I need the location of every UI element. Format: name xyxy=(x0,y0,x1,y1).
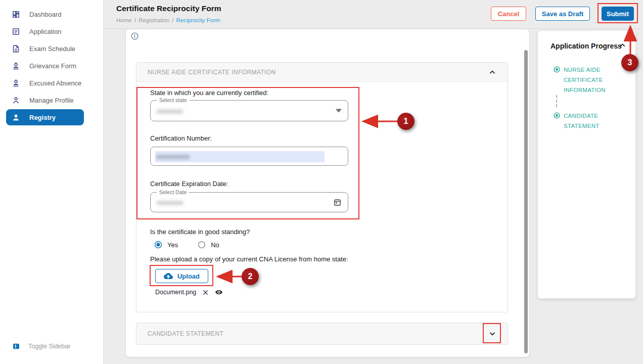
excused-absence-icon xyxy=(12,79,20,87)
breadcrumb: Home/Registration/Reciprocity Form xyxy=(116,17,220,23)
calendar-icon[interactable] xyxy=(333,198,342,207)
uploaded-file-row: Document.png xyxy=(155,288,223,296)
certification-number-label: Certification Number: xyxy=(150,134,212,142)
upload-instruction-label: Please upload a copy of your current CNA… xyxy=(150,255,348,263)
state-select-float-label: Select state xyxy=(157,97,190,103)
save-as-draft-button[interactable]: Save as Draft xyxy=(535,7,590,21)
sidebar-item-manage-profile[interactable]: Manage Profile xyxy=(6,92,84,108)
application-progress-panel: Application Progress NURSE AIDE CERTIFIC… xyxy=(537,30,636,299)
step-radio-checked-icon xyxy=(553,112,561,131)
sidebar-item-registry[interactable]: Registry xyxy=(6,109,84,125)
upload-button-label: Upload xyxy=(177,272,200,280)
remove-file-icon[interactable] xyxy=(202,289,209,296)
autofill-highlight: xxxxxxxxxx xyxy=(155,151,325,162)
chevron-up-icon[interactable] xyxy=(619,41,626,49)
sidebar-item-label: Dashboard xyxy=(29,11,62,18)
section-header[interactable]: NURSE AIDE CERTIFICATE INFORMATION xyxy=(136,63,508,82)
application-progress-title: Application Progress xyxy=(550,42,622,50)
expiration-date-value-redacted: xxxxxxxx xyxy=(157,199,183,206)
progress-step-certificate-information[interactable]: NURSE AIDE CERTIFICATE INFORMATION xyxy=(553,65,623,95)
breadcrumb-separator: / xyxy=(172,17,173,23)
sidebar-item-exam-schedule[interactable]: Exam Schedule xyxy=(6,40,84,57)
certification-number-value-redacted: xxxxxxxxxx xyxy=(157,153,190,160)
expiration-date-label: Certificate Expiration Date: xyxy=(150,180,228,188)
breadcrumb-home[interactable]: Home xyxy=(116,17,132,23)
page: Dashboard Application Exam Schedule Grie… xyxy=(0,0,643,364)
application-icon xyxy=(12,27,20,36)
step-radio-checked-icon xyxy=(553,66,561,95)
sidebar-item-excused-absence[interactable]: Excused Absence xyxy=(6,75,84,91)
progress-step-label: CANDIDATE STATEMENT xyxy=(564,111,623,131)
state-field-label: State in which you are currently certifi… xyxy=(150,89,268,97)
section-candidate-statement: CANDIDATE STATEMENT xyxy=(136,323,508,345)
sidebar: Dashboard Application Exam Schedule Grie… xyxy=(0,0,104,364)
radio-yes-label: Yes xyxy=(167,241,178,249)
radio-no-label: No xyxy=(211,241,219,249)
radio-yes-checked-icon[interactable] xyxy=(154,240,163,249)
sidebar-item-application[interactable]: Application xyxy=(6,23,84,39)
sidebar-item-label: Manage Profile xyxy=(29,97,73,104)
cloud-upload-icon xyxy=(164,271,173,281)
section-title: NURSE AIDE CERTIFICATE INFORMATION xyxy=(148,69,276,76)
sidebar-item-grievance-form[interactable]: Grievance Form xyxy=(6,58,84,74)
sidebar-item-label: Excused Absence xyxy=(29,79,81,87)
progress-step-label: NURSE AIDE CERTIFICATE INFORMATION xyxy=(564,65,623,95)
exam-schedule-icon xyxy=(12,44,20,53)
chevron-down-icon[interactable] xyxy=(488,330,496,338)
dropdown-arrow-icon[interactable] xyxy=(336,109,342,113)
state-select-value-redacted: xxxxxxxx xyxy=(157,107,183,115)
certification-number-input[interactable]: xxxxxxxxxx xyxy=(150,147,348,166)
preview-file-eye-icon[interactable] xyxy=(215,288,223,296)
sidebar-item-label: Application xyxy=(29,28,62,35)
sidebar-item-label: Grievance Form xyxy=(29,62,76,70)
expiration-date-float-label: Select Date xyxy=(157,189,189,195)
toggle-sidebar-button[interactable]: Toggle Sidebar xyxy=(12,342,70,350)
uploaded-file-name: Document.png xyxy=(155,289,196,296)
scrollbar-thumb[interactable] xyxy=(524,50,528,353)
info-icon[interactable] xyxy=(130,32,139,42)
form-card: NURSE AIDE CERTIFICATE INFORMATION State… xyxy=(125,29,530,357)
breadcrumb-separator: / xyxy=(134,17,136,23)
expiration-date-input[interactable]: Select Date xxxxxxxx xyxy=(150,192,348,212)
state-select[interactable]: Select state xxxxxxxx xyxy=(150,100,348,121)
sidebar-item-label: Registry xyxy=(29,114,56,121)
cancel-button[interactable]: Cancel xyxy=(491,7,526,21)
toggle-sidebar-icon xyxy=(12,342,20,350)
toggle-sidebar-label: Toggle Sidebar xyxy=(28,343,70,350)
good-standing-question: Is the certificate in good standing? xyxy=(150,228,250,236)
section-header[interactable]: CANDIDATE STATEMENT xyxy=(136,323,508,344)
registry-icon xyxy=(12,113,20,122)
manage-profile-icon xyxy=(12,96,20,105)
dashboard-icon xyxy=(12,10,20,19)
sidebar-item-label: Exam Schedule xyxy=(29,45,75,53)
page-title: Certificate Reciprocity Form xyxy=(116,4,221,13)
section-title: CANDIDATE STATEMENT xyxy=(148,330,223,337)
submit-button[interactable]: Submit xyxy=(602,7,634,21)
good-standing-radio-group: Yes No xyxy=(154,240,219,249)
breadcrumb-registration[interactable]: Registration xyxy=(139,17,169,23)
radio-no-unchecked-icon[interactable] xyxy=(197,240,206,249)
breadcrumb-reciprocity-form[interactable]: Reciprocity Form xyxy=(176,17,220,23)
sidebar-item-dashboard[interactable]: Dashboard xyxy=(6,6,84,22)
step-connector-dotted-line xyxy=(556,95,557,107)
chevron-up-icon[interactable] xyxy=(488,68,496,76)
progress-step-candidate-statement[interactable]: CANDIDATE STATEMENT xyxy=(553,111,623,131)
upload-button[interactable]: Upload xyxy=(155,269,208,283)
grievance-form-icon xyxy=(12,62,20,70)
